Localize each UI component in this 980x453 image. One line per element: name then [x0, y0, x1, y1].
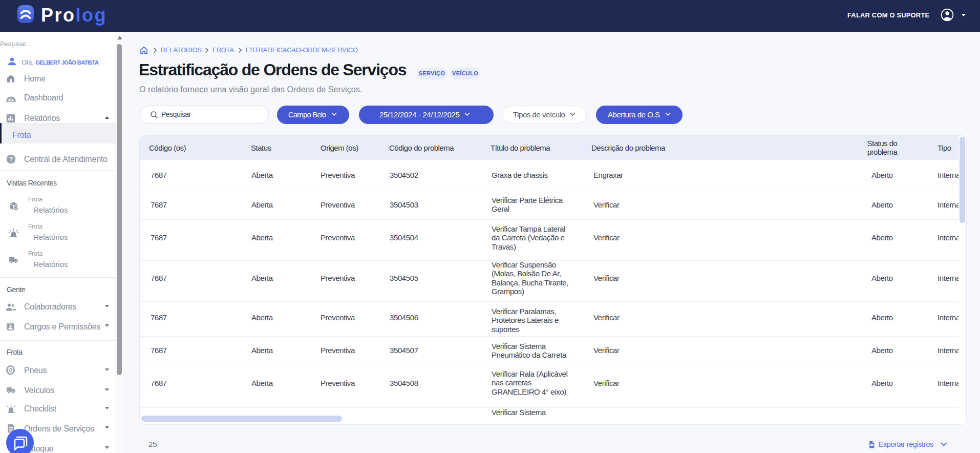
- svg-text:?: ?: [9, 156, 13, 163]
